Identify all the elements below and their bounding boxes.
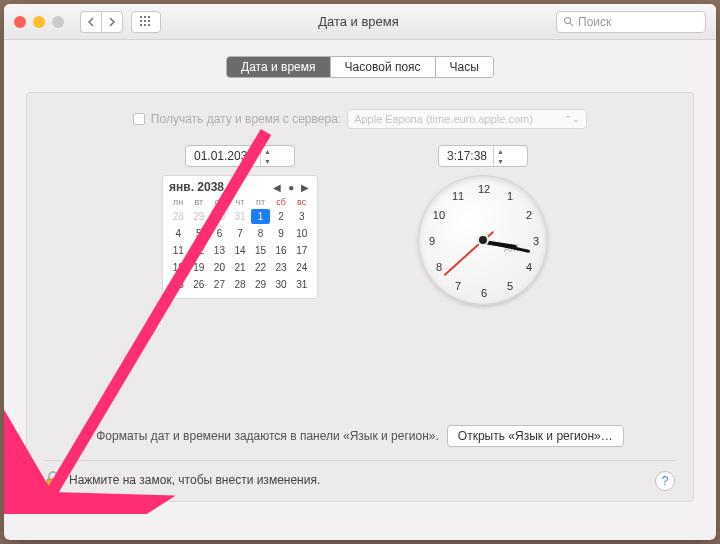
chevron-left-icon (87, 17, 95, 27)
second-hand (444, 240, 484, 276)
stepper-down-icon[interactable]: ▼ (261, 156, 274, 166)
traffic-lights (14, 16, 64, 28)
calendar-weekday: пт (251, 197, 270, 207)
calendar-day[interactable]: 25 (169, 277, 188, 292)
calendar-day[interactable]: 7 (231, 226, 250, 241)
calendar-day[interactable]: 8 (251, 226, 270, 241)
clock-number: 11 (452, 190, 464, 202)
calendar[interactable]: янв. 2038 ◀ ● ▶ пнвтсрчтптсбвс2829303112… (162, 175, 318, 299)
calendar-day[interactable]: 6 (210, 226, 229, 241)
time-stepper[interactable]: ▲▼ (493, 146, 507, 166)
calendar-day[interactable]: 2 (272, 209, 291, 224)
tabbar: Дата и времяЧасовой поясЧасы (26, 56, 694, 78)
calendar-day[interactable]: 27 (210, 277, 229, 292)
svg-rect-5 (148, 20, 150, 22)
calendar-weekday: вс (292, 197, 311, 207)
calendar-day[interactable]: 30 (272, 277, 291, 292)
lock-row: Нажмите на замок, чтобы внести изменения… (45, 471, 320, 489)
lock-icon[interactable] (45, 471, 61, 489)
calendar-day[interactable]: 21 (231, 260, 250, 275)
back-button[interactable] (80, 11, 101, 33)
calendar-day[interactable]: 11 (169, 243, 188, 258)
calendar-prev-day[interactable]: 31 (231, 209, 250, 224)
main-pane: Получать дату и время с сервера: Apple Е… (26, 92, 694, 502)
calendar-prev-day[interactable]: 30 (210, 209, 229, 224)
stepper-up-icon[interactable]: ▲ (494, 146, 507, 156)
date-field[interactable]: 01.01.2038 ▲▼ (185, 145, 295, 167)
time-field[interactable]: 3:17:38 ▲▼ (438, 145, 528, 167)
stepper-down-icon[interactable]: ▼ (494, 156, 507, 166)
calendar-day[interactable]: 20 (210, 260, 229, 275)
stepper-up-icon[interactable]: ▲ (261, 146, 274, 156)
search-input[interactable]: Поиск (556, 11, 706, 33)
clock-number: 5 (507, 280, 513, 292)
forward-button[interactable] (101, 11, 123, 33)
maximize-icon (52, 16, 64, 28)
calendar-day[interactable]: 23 (272, 260, 291, 275)
calendar-day[interactable]: 10 (292, 226, 311, 241)
calendar-day[interactable]: 3 (292, 209, 311, 224)
tab-2[interactable]: Часы (436, 57, 493, 77)
server-row: Получать дату и время с сервера: Apple Е… (49, 109, 671, 129)
clock-number: 12 (478, 183, 490, 195)
clock-number: 8 (436, 261, 442, 273)
calendar-day[interactable]: 1 (251, 209, 270, 224)
calendar-nav[interactable]: ◀ ● ▶ (273, 182, 311, 193)
svg-rect-3 (140, 20, 142, 22)
calendar-day[interactable]: 22 (251, 260, 270, 275)
clock-number: 10 (433, 209, 445, 221)
svg-rect-7 (144, 24, 146, 26)
format-row: Форматы дат и времени задаются в панели … (27, 425, 693, 447)
calendar-day[interactable]: 14 (231, 243, 250, 258)
calendar-day[interactable]: 13 (210, 243, 229, 258)
calendar-prev-day[interactable]: 29 (190, 209, 209, 224)
clock-number: 7 (455, 280, 461, 292)
calendar-day[interactable]: 28 (231, 277, 250, 292)
tab-0[interactable]: Дата и время (227, 57, 330, 77)
clock-number: 9 (429, 235, 435, 247)
date-stepper[interactable]: ▲▼ (260, 146, 274, 166)
calendar-day[interactable]: 26 (190, 277, 209, 292)
close-icon[interactable] (14, 16, 26, 28)
calendar-month: янв. 2038 (169, 180, 267, 194)
help-button[interactable]: ? (655, 471, 675, 491)
search-icon (563, 16, 574, 27)
clock-number: 4 (526, 261, 532, 273)
calendar-day[interactable]: 4 (169, 226, 188, 241)
calendar-day[interactable]: 17 (292, 243, 311, 258)
calendar-day[interactable]: 12 (190, 243, 209, 258)
show-all-button[interactable] (131, 11, 161, 33)
format-label: Форматы дат и времени задаются в панели … (96, 429, 439, 443)
calendar-day[interactable]: 24 (292, 260, 311, 275)
clock-pivot (479, 236, 487, 244)
calendar-prev-day[interactable]: 28 (169, 209, 188, 224)
time-value: 3:17:38 (447, 149, 487, 163)
calendar-day[interactable]: 29 (251, 277, 270, 292)
lock-label: Нажмите на замок, чтобы внести изменения… (69, 473, 320, 487)
server-checkbox[interactable] (133, 113, 145, 125)
clock-wrap: AM 121234567891011 (408, 175, 558, 305)
svg-line-10 (570, 23, 573, 26)
clock-number: 2 (526, 209, 532, 221)
date-value: 01.01.2038 (194, 149, 254, 163)
server-label: Получать дату и время с сервера: (151, 112, 341, 126)
search-placeholder: Поиск (578, 15, 611, 29)
svg-rect-1 (144, 16, 146, 18)
svg-rect-6 (140, 24, 142, 26)
content: Дата и времяЧасовой поясЧасы Получать да… (4, 40, 716, 540)
svg-rect-0 (140, 16, 142, 18)
calendar-day[interactable]: 18 (169, 260, 188, 275)
divider (45, 460, 675, 461)
calendar-day[interactable]: 31 (292, 277, 311, 292)
calendar-day[interactable]: 9 (272, 226, 291, 241)
minimize-icon[interactable] (33, 16, 45, 28)
calendar-day[interactable]: 19 (190, 260, 209, 275)
svg-rect-8 (148, 24, 150, 26)
calendar-weekday: чт (231, 197, 250, 207)
svg-rect-4 (144, 20, 146, 22)
open-language-region-button[interactable]: Открыть «Язык и регион»… (447, 425, 624, 447)
tab-1[interactable]: Часовой пояс (331, 57, 436, 77)
calendar-day[interactable]: 15 (251, 243, 270, 258)
calendar-day[interactable]: 16 (272, 243, 291, 258)
calendar-day[interactable]: 5 (190, 226, 209, 241)
